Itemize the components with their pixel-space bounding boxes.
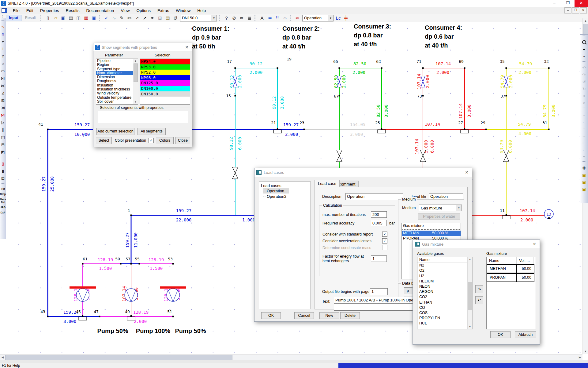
align-up-icon[interactable]: ↑ <box>581 125 587 132</box>
slope-tool-icon[interactable]: ⊿ <box>0 90 6 97</box>
print-preview-icon[interactable]: ◫ <box>75 15 82 21</box>
output-page-input[interactable]: 1 <box>370 288 388 295</box>
scroll-up-icon[interactable]: ▲ <box>583 18 588 24</box>
menu-file[interactable]: File <box>9 7 23 14</box>
selection-color-item[interactable]: NPS6.0 <box>140 75 190 81</box>
maximize-button[interactable]: ❐ <box>561 0 575 7</box>
prev-view-icon[interactable]: < <box>581 100 587 107</box>
gas-item[interactable]: H2 <box>417 274 468 279</box>
available-gases-list[interactable]: Name N2O2H2HELIUMNEONARGONCO2ETHANCOCOSP… <box>417 257 473 329</box>
gases-scrollbar[interactable]: ▲ ▼ <box>467 257 473 329</box>
zoom-out-icon[interactable]: - <box>581 53 587 60</box>
corner-icon[interactable]: ∟ <box>581 139 587 146</box>
node-marker[interactable] <box>506 67 507 69</box>
node-marker[interactable] <box>339 67 340 69</box>
node-marker[interactable] <box>506 95 507 97</box>
loadcase-tree[interactable]: Load cases OperationOperation2 <box>259 182 311 309</box>
all-segments-button[interactable]: All segments <box>138 128 166 135</box>
horizontal-scroll-thumb[interactable] <box>5 355 232 360</box>
align-right-icon[interactable]: → <box>581 132 587 139</box>
gas-item[interactable]: O2 <box>417 268 468 273</box>
open-file-icon[interactable]: ▱ <box>52 15 59 21</box>
menu-extras[interactable]: Extras <box>154 7 172 14</box>
gas-item[interactable]: CO2 <box>417 294 468 300</box>
loadcase-combo[interactable]: Operation▾ <box>302 15 334 21</box>
menu-documentation[interactable]: Documentation <box>83 7 118 14</box>
scroll-left-icon[interactable]: ◀ <box>0 355 5 360</box>
diameter-combo[interactable]: DN150.0▾ <box>180 15 217 21</box>
scroll-right-icon[interactable]: ▶ <box>577 355 582 360</box>
consumer-symbol[interactable] <box>502 216 510 219</box>
node-list-icon[interactable]: ≔ <box>266 15 273 21</box>
selection-color-list[interactable]: NPS4.0NPS3.0NPS2.0NPS6.0DN125.0DN100.0DN… <box>140 59 190 105</box>
confirm-icon[interactable]: ✓ <box>103 15 110 21</box>
consumer-symbol[interactable] <box>461 130 469 133</box>
select-button[interactable]: Select <box>96 137 112 144</box>
source-tool-icon[interactable]: ∿ <box>0 23 6 31</box>
consumer-symbol[interactable] <box>273 130 281 133</box>
diameter-icon[interactable]: Ø <box>172 15 179 21</box>
accuracy-input[interactable]: 0.005 <box>371 220 387 226</box>
menu-results[interactable]: Results <box>62 7 83 14</box>
valve-symbol[interactable] <box>504 82 508 87</box>
gas-mixture-table[interactable]: Name Vol. ... METHAN50.00PROPAN50.00 <box>486 257 536 329</box>
valve-tool-icon[interactable]: ⋈ <box>0 75 6 82</box>
new-file-icon[interactable]: ▯ <box>44 15 52 21</box>
save-view-icon[interactable]: ▣ <box>581 172 587 179</box>
save-result-icon[interactable]: ▣ <box>90 15 98 21</box>
node-marker[interactable] <box>172 263 174 265</box>
tab-load-case[interactable]: Load case <box>315 180 340 187</box>
close-button[interactable]: ✕ <box>575 0 588 7</box>
shutoff-valve-symbol[interactable] <box>337 150 342 156</box>
line-tool-icon[interactable]: ↗ <box>133 15 141 21</box>
node-marker[interactable] <box>82 263 84 265</box>
shutoff-valve-symbol[interactable] <box>232 167 238 173</box>
new-button[interactable]: New <box>319 312 339 319</box>
move-left-button[interactable]: ↶ <box>475 296 483 304</box>
parameter-item[interactable]: Pipeline <box>96 59 133 63</box>
gasmix-dialog-titlebar[interactable]: Gas mixture ✕ <box>413 240 540 249</box>
align-down-icon[interactable]: ↓ <box>581 111 587 118</box>
delete-button[interactable]: Delete <box>340 312 360 319</box>
result-table-icon[interactable]: ▦ <box>82 15 90 21</box>
capsule-dark-tool-icon[interactable]: ▮ <box>0 167 6 175</box>
branch-tool-icon[interactable]: ⋔ <box>0 31 6 38</box>
horizontal-scrollbar[interactable]: ◀ ▶ <box>0 354 582 360</box>
node-marker[interactable] <box>277 67 278 69</box>
gasmix-close-icon[interactable]: ✕ <box>531 242 538 247</box>
gas-item[interactable]: PROPYLEN <box>417 316 468 321</box>
mdi-restore-icon[interactable]: ❐ <box>572 7 579 13</box>
selection-color-item[interactable]: NPS2.0 <box>140 70 190 75</box>
node-marker[interactable] <box>235 67 236 69</box>
node-marker[interactable] <box>47 129 49 130</box>
shutoff-valve-symbol[interactable] <box>503 156 509 162</box>
node-marker[interactable] <box>47 316 49 317</box>
menu-options[interactable]: Options <box>133 7 154 14</box>
bend-tool-icon[interactable]: ⌐ <box>0 38 6 45</box>
gas-table-row[interactable]: METHAN50.00 <box>487 264 536 273</box>
pan-icon[interactable]: ✚ <box>581 165 587 172</box>
gauge-icon[interactable]: ⊘ <box>230 15 238 21</box>
node-marker[interactable] <box>139 263 140 265</box>
shutoff-valve-symbol[interactable] <box>420 156 426 162</box>
node-marker[interactable] <box>381 67 383 69</box>
text-export-button[interactable]: Txt <box>0 186 6 192</box>
parameter-item[interactable]: Wind velocity <box>96 91 133 95</box>
wye-tool-icon[interactable]: Y <box>0 53 6 60</box>
heat-exchanger-tool-icon[interactable]: ∥ <box>0 126 6 134</box>
node-marker[interactable] <box>130 215 132 216</box>
pump-state-icon[interactable]: ╪ <box>342 15 350 21</box>
scroll-up-icon[interactable]: ▲ <box>468 257 472 262</box>
selection-color-item[interactable]: NPS4.0 <box>140 59 190 64</box>
gas-item[interactable]: CO <box>417 305 468 310</box>
gasmix-ok-button[interactable]: OK <box>490 331 511 338</box>
erase-icon[interactable]: ✄ <box>126 15 133 21</box>
control-valve-tool-icon[interactable]: ⊟ <box>0 141 6 148</box>
gas-item[interactable]: HCL <box>417 321 468 326</box>
standard-report-checkbox[interactable]: ✓ <box>382 232 387 237</box>
mdi-minimize-icon[interactable]: – <box>564 7 571 13</box>
capsule-red-tool-icon[interactable]: ▯ <box>0 160 6 167</box>
parameter-item[interactable]: Segment type <box>96 67 133 71</box>
medium-combo[interactable]: Gas mixture ˅ <box>419 205 462 211</box>
parameter-item[interactable]: Insulation <box>96 83 133 87</box>
